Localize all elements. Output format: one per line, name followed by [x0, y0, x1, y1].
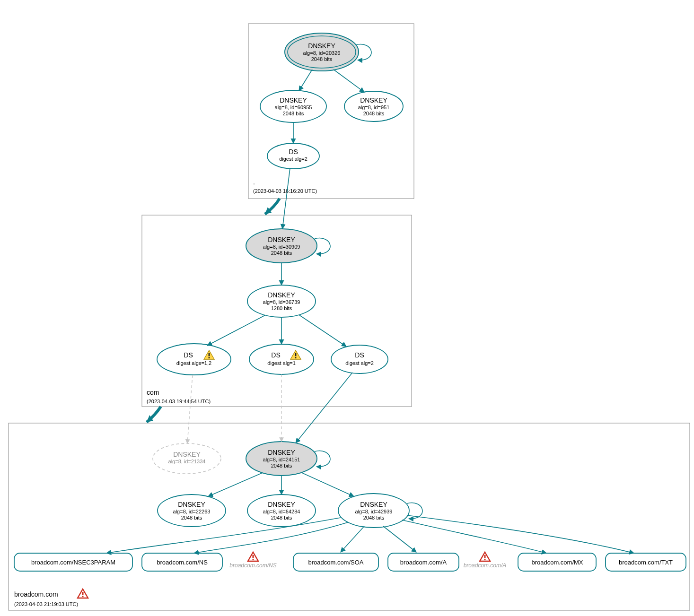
svg-text:alg=8, id=22263: alg=8, id=22263 — [173, 509, 211, 514]
svg-text:2048 bits: 2048 bits — [363, 111, 385, 116]
svg-text:broadcom.com/NS: broadcom.com/NS — [157, 559, 208, 566]
svg-text:DNSKEY: DNSKEY — [308, 42, 335, 50]
svg-text:broadcom.com/TXT: broadcom.com/TXT — [619, 559, 673, 566]
svg-text:2048 bits: 2048 bits — [271, 250, 292, 256]
rrset-a[interactable]: broadcom.com/A — [388, 553, 459, 571]
svg-text:alg=8, id=20326: alg=8, id=20326 — [303, 50, 341, 56]
svg-text:2048 bits: 2048 bits — [271, 463, 292, 469]
rrset-ns[interactable]: broadcom.com/NS — [142, 553, 222, 571]
rrset-mx[interactable]: broadcom.com/MX — [518, 553, 596, 571]
rrset-txt[interactable]: broadcom.com/TXT — [606, 553, 686, 571]
svg-text:alg=8, id=36739: alg=8, id=36739 — [263, 299, 300, 305]
edge — [207, 315, 265, 346]
svg-text:DNSKEY: DNSKEY — [360, 501, 387, 508]
svg-text:2048 bits: 2048 bits — [181, 515, 202, 521]
svg-text:alg=8, id=42939: alg=8, id=42939 — [355, 509, 393, 514]
node-com-ds1[interactable]: DS digest algs=1,2 — [157, 344, 231, 375]
zone-root-label: . — [253, 178, 255, 186]
edge — [383, 526, 416, 552]
svg-text:2048 bits: 2048 bits — [271, 515, 292, 521]
edge — [296, 373, 352, 443]
edge — [299, 315, 346, 347]
node-com-ksk[interactable]: DNSKEY alg=8, id=30909 2048 bits — [246, 229, 317, 263]
svg-text:digest algs=1,2: digest algs=1,2 — [176, 360, 211, 366]
svg-text:DS: DS — [271, 351, 280, 359]
edge — [208, 473, 263, 496]
node-broadcom-zsk-22263[interactable]: DNSKEY alg=8, id=22263 2048 bits — [158, 495, 226, 527]
svg-text:DNSKEY: DNSKEY — [173, 451, 201, 458]
svg-text:DS: DS — [355, 351, 364, 359]
svg-text:DNSKEY: DNSKEY — [360, 96, 387, 104]
zone-broadcom-label: broadcom.com — [14, 590, 58, 598]
svg-text:2048 bits: 2048 bits — [283, 111, 304, 116]
svg-text:alg=8, id=951: alg=8, id=951 — [358, 104, 390, 110]
edge — [302, 473, 354, 496]
rrset-nsec3param[interactable]: broadcom.com/NSEC3PARAM — [14, 553, 132, 571]
zone-root-ts: (2023-04-03 16:16:20 UTC) — [253, 188, 317, 194]
svg-text:DNSKEY: DNSKEY — [268, 291, 295, 299]
svg-text:digest alg=2: digest alg=2 — [279, 156, 307, 162]
edge-dashed — [187, 375, 193, 443]
rrset-soa[interactable]: broadcom.com/SOA — [293, 553, 378, 571]
svg-text:alg=8, id=60955: alg=8, id=60955 — [275, 104, 312, 110]
svg-text:broadcom.com/MX: broadcom.com/MX — [531, 559, 583, 566]
svg-point-34 — [249, 344, 314, 374]
dnssec-graph: . (2023-04-03 16:16:20 UTC) com (2023-04… — [0, 0, 694, 616]
node-root-ds[interactable]: DS digest alg=2 — [267, 143, 319, 169]
svg-text:DS: DS — [184, 351, 193, 359]
svg-text:DNSKEY: DNSKEY — [268, 501, 295, 508]
svg-text:2048 bits: 2048 bits — [311, 56, 333, 62]
svg-point-31 — [157, 344, 231, 375]
svg-text:DNSKEY: DNSKEY — [280, 96, 307, 104]
svg-text:DNSKEY: DNSKEY — [178, 501, 205, 508]
node-broadcom-zsk-42939[interactable]: DNSKEY alg=8, id=42939 2048 bits — [338, 494, 409, 528]
svg-text:digest alg=1: digest alg=1 — [267, 360, 296, 366]
svg-text:alg=8, id=24151: alg=8, id=24151 — [263, 457, 300, 462]
rrset-a-ghost: broadcom.com/A — [464, 562, 507, 569]
svg-point-37 — [331, 345, 388, 373]
svg-text:DNSKEY: DNSKEY — [268, 236, 295, 243]
svg-text:broadcom.com/NSEC3PARAM: broadcom.com/NSEC3PARAM — [31, 559, 115, 566]
zone-com-ts: (2023-04-03 19:44:54 UTC) — [147, 399, 211, 404]
svg-text:alg=8, id=64284: alg=8, id=64284 — [263, 509, 300, 514]
svg-text:DNSKEY: DNSKEY — [268, 449, 295, 456]
edge — [407, 515, 634, 553]
node-com-ds3[interactable]: DS digest alg=2 — [331, 345, 388, 373]
node-root-zsk-60955[interactable]: DNSKEY alg=8, id=60955 2048 bits — [260, 90, 326, 122]
svg-text:DS: DS — [289, 148, 298, 156]
rrset-ns-ghost: broadcom.com/NS — [229, 562, 276, 569]
node-broadcom-zsk-64284[interactable]: DNSKEY alg=8, id=64284 2048 bits — [247, 495, 316, 527]
error-icon — [78, 589, 88, 598]
svg-text:alg=8, id=21334: alg=8, id=21334 — [168, 459, 206, 464]
svg-text:digest alg=2: digest alg=2 — [345, 360, 374, 366]
edge — [299, 69, 312, 91]
node-com-zsk[interactable]: DNSKEY alg=8, id=36739 1280 bits — [247, 285, 316, 317]
edge — [341, 526, 364, 552]
svg-text:broadcom.com/SOA: broadcom.com/SOA — [308, 559, 363, 566]
svg-text:1280 bits: 1280 bits — [271, 305, 292, 311]
svg-text:2048 bits: 2048 bits — [363, 515, 385, 521]
node-broadcom-ghost-key[interactable]: DNSKEY alg=8, id=21334 — [153, 443, 221, 474]
node-com-ds2[interactable]: DS digest alg=1 — [249, 344, 314, 374]
error-icon — [248, 552, 258, 561]
error-icon — [480, 552, 490, 561]
svg-text:alg=8, id=30909: alg=8, id=30909 — [263, 244, 300, 250]
svg-text:broadcom.com/A: broadcom.com/A — [400, 559, 447, 566]
node-broadcom-ksk[interactable]: DNSKEY alg=8, id=24151 2048 bits — [246, 442, 317, 476]
edge — [106, 518, 341, 553]
node-root-zsk-951[interactable]: DNSKEY alg=8, id=951 2048 bits — [344, 91, 403, 121]
edge — [402, 520, 546, 553]
edge — [334, 69, 364, 92]
zone-broadcom-ts: (2023-04-03 21:19:03 UTC) — [14, 601, 78, 607]
node-root-ksk[interactable]: DNSKEY alg=8, id=20326 2048 bits — [285, 33, 359, 71]
zone-com-label: com — [147, 389, 159, 396]
